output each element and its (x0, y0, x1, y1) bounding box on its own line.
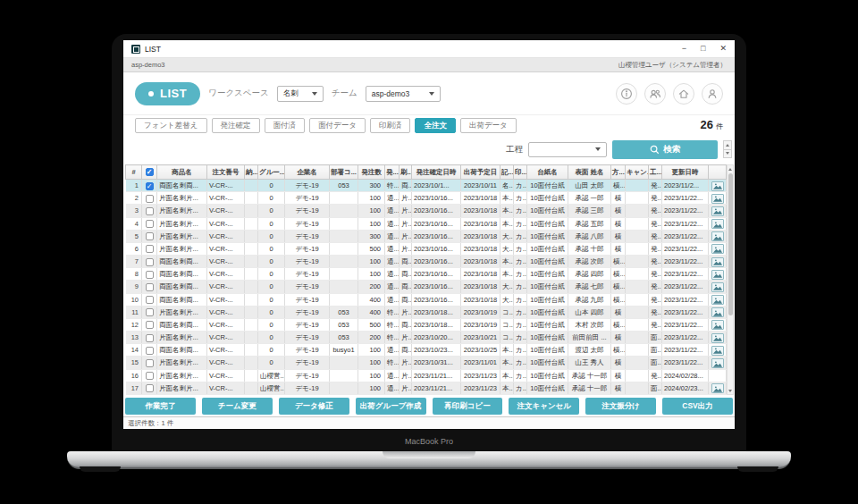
row-checkbox[interactable]: ✓ (146, 168, 154, 176)
row-checkbox[interactable] (146, 195, 154, 203)
scrollbar-thumb[interactable] (728, 173, 733, 315)
action-button-0[interactable]: 作業完了 (125, 398, 196, 415)
action-button-6[interactable]: 注文振分け (585, 398, 656, 415)
column-header-n[interactable]: # (126, 165, 142, 180)
table-row[interactable]: 3片面名刺片...V-CR-...0デモ-19100通...片...2023/1… (126, 205, 727, 217)
column-header-ship_date[interactable]: 出荷予定日 (461, 165, 500, 180)
cell-cb[interactable] (142, 256, 157, 268)
column-header-hou[interactable]: 方... (611, 165, 626, 180)
cell-img[interactable] (709, 217, 727, 230)
row-checkbox[interactable] (146, 207, 154, 215)
cell-cb[interactable] (142, 357, 157, 369)
column-header-img[interactable] (709, 165, 727, 180)
table-row[interactable]: 5片面名刺片...V-CR-...0デモ-19300通...片...2023/1… (126, 230, 727, 242)
column-header-dept[interactable]: 部署コ... (330, 165, 358, 180)
row-checkbox[interactable] (146, 308, 154, 316)
column-header-cancel[interactable]: キャン... (626, 165, 649, 180)
maximize-icon[interactable]: □ (701, 45, 705, 53)
image-preview-button[interactable] (711, 282, 724, 292)
image-preview-button[interactable] (711, 219, 724, 229)
table-row[interactable]: 2片面名刺片...V-CR-...0デモ-19100通...片...2023/1… (126, 192, 727, 205)
row-checkbox[interactable] (146, 283, 154, 291)
cell-img[interactable] (709, 344, 727, 357)
table-row[interactable]: 9両面名刺両...V-CR-...0デモ-19200通...両...2023/1… (126, 281, 727, 293)
cell-cb[interactable] (142, 318, 157, 331)
filter-tab-3[interactable]: 面付データ (309, 118, 366, 133)
cell-cb[interactable] (142, 293, 157, 306)
filter-tab-2[interactable]: 面付済 (265, 118, 306, 133)
cell-img[interactable] (709, 382, 727, 394)
image-preview-button[interactable] (711, 320, 724, 330)
column-header-kou[interactable]: 工... (649, 165, 662, 180)
cell-img[interactable] (709, 318, 727, 331)
row-checkbox[interactable]: ✓ (146, 182, 154, 190)
row-checkbox[interactable] (146, 347, 154, 355)
column-header-confirm_dt[interactable]: 発注確定日時 (412, 165, 461, 180)
row-checkbox[interactable] (146, 321, 154, 329)
scroll-up-icon[interactable] (728, 165, 733, 172)
column-header-product[interactable]: 商品名 (157, 165, 207, 180)
cell-cb[interactable] (142, 230, 157, 242)
workspace-select[interactable]: 名刺 (277, 86, 324, 102)
column-header-company[interactable]: 企業名 (285, 165, 330, 180)
image-preview-button[interactable] (711, 231, 724, 241)
filter-tab-4[interactable]: 印刷済 (370, 118, 411, 133)
home-button[interactable] (673, 83, 694, 105)
cell-img[interactable] (709, 281, 727, 293)
column-header-ki[interactable]: 記... (500, 165, 514, 180)
list-pill-button[interactable]: LIST (135, 82, 200, 105)
image-preview-button[interactable] (711, 194, 724, 204)
table-row[interactable]: 14両面名刺両...V-CR-...0デモ-19busyo1100通...両..… (126, 344, 727, 357)
row-checkbox[interactable] (146, 271, 154, 279)
spinner-up-icon[interactable] (724, 141, 731, 150)
cell-cb[interactable] (142, 306, 157, 318)
column-header-print_side[interactable]: 刷... (400, 165, 412, 180)
filter-tab-0[interactable]: フォント差替え (135, 118, 207, 133)
cell-cb[interactable] (142, 268, 157, 281)
column-header-qty[interactable]: 発注数 (358, 165, 385, 180)
cell-cb[interactable] (142, 332, 157, 344)
minimize-icon[interactable]: − (682, 45, 686, 53)
table-row[interactable]: 16片面名刺片...V-CR-...山櫻営...デモ-19100通...片...… (126, 369, 727, 382)
image-preview-button[interactable] (711, 307, 724, 317)
action-button-3[interactable]: 出荷グループ作成 (356, 398, 426, 415)
row-checkbox[interactable] (146, 245, 154, 253)
image-preview-button[interactable] (711, 358, 724, 368)
team-select[interactable]: asp-demo3 (366, 86, 441, 102)
cell-img[interactable] (709, 256, 727, 268)
cell-cb[interactable] (142, 192, 157, 205)
vertical-scrollbar[interactable] (727, 164, 734, 395)
info-button[interactable] (616, 83, 637, 105)
action-button-1[interactable]: チーム変更 (202, 398, 273, 415)
image-preview-button[interactable] (711, 181, 724, 191)
search-button[interactable]: 検索 (612, 140, 718, 159)
column-header-group[interactable]: グルー... (258, 165, 285, 180)
filter-tab-1[interactable]: 発注確定 (212, 118, 260, 133)
table-row[interactable]: 17片面名刺片...V-CR-...山櫻営...デモ-19100通...片...… (126, 382, 727, 394)
filter-tab-6[interactable]: 出荷データ (460, 118, 517, 133)
cell-cb[interactable]: ✓ (142, 180, 157, 192)
row-checkbox[interactable] (146, 220, 154, 228)
cell-cb[interactable] (142, 217, 157, 230)
cell-img[interactable] (709, 180, 727, 192)
action-button-7[interactable]: CSV出力 (662, 398, 733, 415)
action-button-2[interactable]: データ修正 (279, 398, 349, 415)
image-preview-button[interactable] (711, 383, 724, 393)
cell-img[interactable] (709, 230, 727, 242)
cell-img[interactable] (709, 205, 727, 217)
cell-cb[interactable] (142, 382, 157, 394)
table-row[interactable]: 13片面名刺片...V-CR-...0デモ-19053200特...片...20… (126, 332, 727, 344)
users-button[interactable] (644, 83, 666, 105)
table-row[interactable]: 15片面名刺片...V-CR-...0デモ-19100特...片...2023/… (126, 357, 727, 369)
close-icon[interactable]: ✕ (719, 45, 727, 53)
table-row[interactable]: 11片面名刺片...V-CR-...0デモ-19053400特...片...20… (126, 306, 727, 318)
cell-img[interactable] (709, 268, 727, 281)
cell-img[interactable] (709, 369, 727, 382)
table-row[interactable]: 1✓両面名刺両...V-CR-...0デモ-19053300特...両...20… (126, 180, 727, 192)
cell-img[interactable] (709, 357, 727, 369)
column-header-daishi[interactable]: 台紙名 (527, 165, 568, 180)
table-row[interactable]: 6片面名刺片...V-CR-...0デモ-19500通...片...2023/1… (126, 242, 727, 255)
row-checkbox[interactable] (146, 372, 154, 380)
cell-img[interactable] (709, 192, 727, 205)
image-preview-button[interactable] (711, 295, 724, 305)
